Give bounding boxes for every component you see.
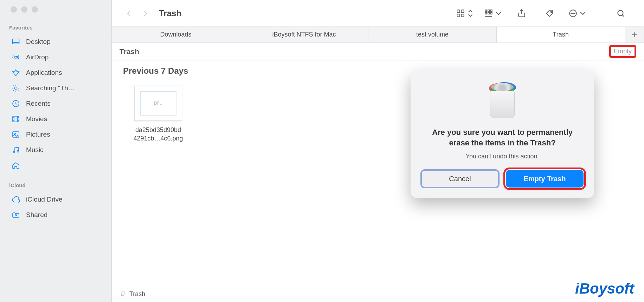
back-button[interactable] [122, 7, 136, 20]
sidebar-item-label: Recents [26, 100, 51, 107]
window-controls [0, 6, 111, 23]
dialog-title: Are you sure you want to permanently era… [425, 127, 579, 148]
sidebar-item-shared[interactable]: Shared [2, 207, 109, 223]
svg-rect-11 [461, 10, 464, 13]
svg-rect-16 [490, 10, 492, 11]
sidebar-item-label: Applications [26, 69, 62, 77]
group-by-button[interactable] [484, 6, 503, 21]
sidebar-item-label: Movies [26, 115, 47, 123]
svg-rect-17 [485, 12, 487, 14]
sidebar-item-search[interactable]: Searching "Th… [2, 80, 109, 96]
file-item[interactable]: DFU da25bd35d90bd 4291cb…4c6.png [123, 86, 193, 286]
file-name: da25bd35d90bd 4291cb…4c6.png [133, 126, 183, 143]
sidebar-item-label: Music [26, 146, 44, 154]
svg-point-23 [571, 13, 572, 13]
view-icons-button[interactable] [456, 6, 475, 21]
close-window[interactable] [11, 6, 17, 13]
tab-iboysoft-ntfs[interactable]: iBoysoft NTFS for Mac [240, 27, 368, 42]
sidebar-item-home[interactable] [2, 158, 109, 173]
svg-point-21 [551, 11, 552, 12]
home-icon [11, 161, 20, 170]
plus-icon: + [632, 29, 637, 40]
thumbnail-preview: DFU [140, 91, 176, 116]
svg-point-25 [574, 13, 575, 13]
sidebar-item-label: iCloud Drive [26, 196, 62, 203]
confirm-empty-dialog: Are you sure you want to permanently era… [411, 70, 594, 198]
airdrop-icon [11, 53, 20, 62]
sidebar-item-label: AirDrop [26, 53, 49, 61]
svg-rect-14 [485, 10, 487, 11]
svg-point-2 [15, 87, 17, 90]
applications-icon [11, 68, 20, 77]
sidebar-item-movies[interactable]: Movies [2, 111, 109, 127]
location-bar: Trash Empty [112, 43, 644, 60]
sidebar-item-recents[interactable]: Recents [2, 96, 109, 111]
status-bar: Trash [112, 286, 644, 302]
search-button[interactable] [611, 6, 631, 21]
sidebar-item-pictures[interactable]: Pictures [2, 127, 109, 142]
svg-point-1 [15, 56, 17, 58]
tags-button[interactable] [540, 6, 560, 21]
tab-test-volume[interactable]: test volume [368, 27, 497, 42]
toolbar: Trash [112, 0, 644, 27]
tab-trash[interactable]: Trash [497, 27, 625, 42]
sidebar-item-icloud-drive[interactable]: iCloud Drive [2, 192, 109, 207]
location-title: Trash [120, 47, 139, 56]
watermark: iiBoysoftBoysoft [575, 280, 634, 297]
sidebar-item-label: Searching "Th… [26, 84, 75, 92]
svg-rect-10 [457, 10, 460, 13]
music-icon [11, 145, 20, 155]
svg-point-26 [618, 10, 623, 15]
svg-rect-19 [490, 12, 492, 14]
shared-icon [11, 210, 20, 219]
tabs: Downloads iBoysoft NTFS for Mac test vol… [112, 27, 644, 43]
tab-label: test volume [416, 31, 449, 38]
zoom-window[interactable] [32, 6, 38, 13]
empty-trash-button[interactable]: Empty [609, 45, 636, 58]
cloud-icon [11, 195, 20, 204]
svg-rect-18 [488, 12, 489, 14]
sidebar-item-desktop[interactable]: Desktop [2, 34, 109, 50]
svg-point-8 [17, 151, 19, 152]
add-tab-button[interactable]: + [625, 27, 644, 42]
forward-button[interactable] [139, 7, 152, 20]
dialog-subtitle: You can't undo this action. [421, 153, 584, 160]
sidebar-item-applications[interactable]: Applications [2, 65, 109, 80]
svg-rect-0 [13, 39, 19, 44]
pictures-icon [11, 130, 20, 139]
cancel-button[interactable]: Cancel [421, 170, 499, 188]
movies-icon [11, 114, 20, 124]
sidebar-item-label: Pictures [26, 131, 50, 138]
window-title: Trash [159, 8, 181, 18]
empty-trash-confirm-button[interactable]: Empty Trash [506, 170, 584, 188]
tab-label: iBoysoft NTFS for Mac [272, 31, 336, 38]
file-thumbnail: DFU [134, 86, 182, 121]
minimize-window[interactable] [21, 6, 27, 13]
sidebar-item-music[interactable]: Music [2, 142, 109, 158]
desktop-icon [11, 37, 20, 46]
sidebar-item-label: Desktop [26, 38, 51, 46]
more-actions-button[interactable] [568, 6, 588, 21]
status-location: Trash [129, 290, 145, 298]
tab-label: Trash [553, 31, 568, 38]
trash-icon [120, 290, 126, 298]
sidebar: Favorites Desktop AirDrop Applications S… [0, 0, 112, 302]
sidebar-section-icloud: iCloud [0, 181, 111, 192]
svg-rect-13 [461, 14, 464, 17]
dialog-trash-icon [487, 83, 517, 118]
tab-downloads[interactable]: Downloads [112, 27, 240, 42]
sidebar-item-label: Shared [26, 211, 47, 219]
svg-rect-12 [457, 14, 460, 17]
clock-icon [11, 99, 20, 108]
svg-rect-15 [488, 10, 489, 11]
sidebar-item-airdrop[interactable]: AirDrop [2, 50, 109, 65]
sidebar-section-favorites: Favorites [0, 23, 111, 34]
svg-rect-5 [13, 132, 19, 137]
svg-point-7 [13, 151, 15, 153]
svg-point-24 [573, 13, 573, 13]
share-button[interactable] [512, 6, 532, 21]
svg-point-9 [15, 215, 17, 216]
tab-label: Downloads [160, 31, 191, 38]
gear-icon [11, 84, 20, 93]
